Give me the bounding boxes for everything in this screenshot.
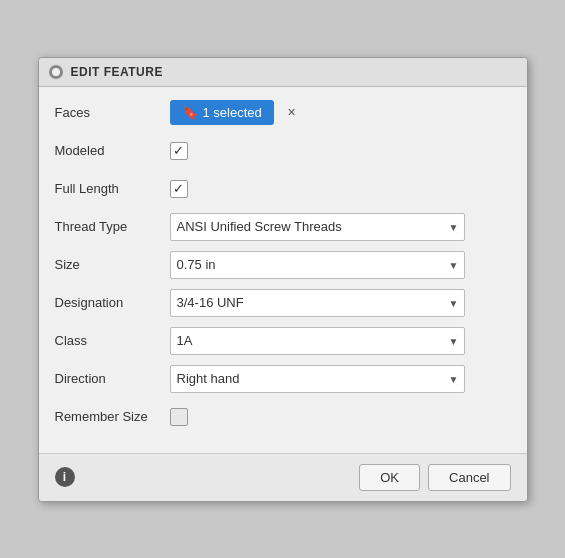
size-label: Size: [55, 257, 170, 272]
size-row: Size 0.75 in 0.5 in 1 in 1.25 in ▼: [55, 251, 511, 279]
faces-selected-button[interactable]: 🔖 1 selected: [170, 100, 274, 125]
faces-label: Faces: [55, 105, 170, 120]
class-control: 1A 2A 3A 1B 2B 3B ▼: [170, 327, 511, 355]
remember-size-control: [170, 408, 511, 426]
class-wrapper: 1A 2A 3A 1B 2B 3B ▼: [170, 327, 465, 355]
dialog-header: EDIT FEATURE: [39, 58, 527, 87]
designation-wrapper: 3/4-16 UNF 3/4-10 UNC 3/4-12 UNEF ▼: [170, 289, 465, 317]
full-length-label: Full Length: [55, 181, 170, 196]
edit-feature-dialog: EDIT FEATURE Faces 🔖 1 selected × Modele…: [38, 57, 528, 502]
thread-type-select[interactable]: ANSI Unified Screw Threads ISO Metric BS…: [170, 213, 465, 241]
dialog-footer: i OK Cancel: [39, 453, 527, 501]
size-control: 0.75 in 0.5 in 1 in 1.25 in ▼: [170, 251, 511, 279]
thread-type-control: ANSI Unified Screw Threads ISO Metric BS…: [170, 213, 511, 241]
thread-type-wrapper: ANSI Unified Screw Threads ISO Metric BS…: [170, 213, 465, 241]
direction-row: Direction Right hand Left hand ▼: [55, 365, 511, 393]
full-length-row: Full Length: [55, 175, 511, 203]
faces-control: 🔖 1 selected ×: [170, 100, 511, 125]
remember-size-label: Remember Size: [55, 409, 170, 424]
cursor-icon: 🔖: [182, 105, 198, 120]
size-select[interactable]: 0.75 in 0.5 in 1 in 1.25 in: [170, 251, 465, 279]
faces-clear-button[interactable]: ×: [283, 102, 299, 122]
full-length-checkbox[interactable]: [170, 180, 188, 198]
direction-select[interactable]: Right hand Left hand: [170, 365, 465, 393]
modeled-row: Modeled: [55, 137, 511, 165]
remember-size-row: Remember Size: [55, 403, 511, 431]
designation-control: 3/4-16 UNF 3/4-10 UNC 3/4-12 UNEF ▼: [170, 289, 511, 317]
dialog-title: EDIT FEATURE: [71, 65, 163, 79]
faces-selected-label: 1 selected: [203, 105, 262, 120]
info-icon[interactable]: i: [55, 467, 75, 487]
thread-type-label: Thread Type: [55, 219, 170, 234]
designation-select[interactable]: 3/4-16 UNF 3/4-10 UNC 3/4-12 UNEF: [170, 289, 465, 317]
dialog-body: Faces 🔖 1 selected × Modeled Full Length: [39, 87, 527, 453]
ok-button[interactable]: OK: [359, 464, 420, 491]
footer-buttons: OK Cancel: [359, 464, 510, 491]
thread-type-row: Thread Type ANSI Unified Screw Threads I…: [55, 213, 511, 241]
modeled-label: Modeled: [55, 143, 170, 158]
direction-control: Right hand Left hand ▼: [170, 365, 511, 393]
designation-label: Designation: [55, 295, 170, 310]
class-select[interactable]: 1A 2A 3A 1B 2B 3B: [170, 327, 465, 355]
direction-label: Direction: [55, 371, 170, 386]
class-label: Class: [55, 333, 170, 348]
header-minus-icon[interactable]: [49, 65, 63, 79]
designation-row: Designation 3/4-16 UNF 3/4-10 UNC 3/4-12…: [55, 289, 511, 317]
size-wrapper: 0.75 in 0.5 in 1 in 1.25 in ▼: [170, 251, 465, 279]
modeled-control: [170, 142, 511, 160]
faces-row: Faces 🔖 1 selected ×: [55, 99, 511, 127]
class-row: Class 1A 2A 3A 1B 2B 3B ▼: [55, 327, 511, 355]
cancel-button[interactable]: Cancel: [428, 464, 510, 491]
remember-size-checkbox[interactable]: [170, 408, 188, 426]
direction-wrapper: Right hand Left hand ▼: [170, 365, 465, 393]
modeled-checkbox[interactable]: [170, 142, 188, 160]
full-length-control: [170, 180, 511, 198]
